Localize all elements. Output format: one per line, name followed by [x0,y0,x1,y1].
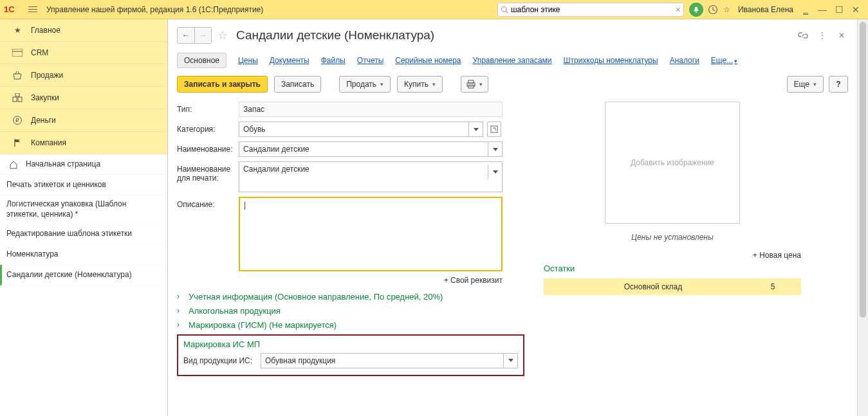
image-placeholder[interactable]: Добавить изображение [605,102,740,224]
star-icon: ★ [10,24,24,36]
global-search[interactable]: × [497,3,684,17]
marking-block: Маркировка ИС МП Вид продукции ИС: Обувн… [177,334,524,376]
notification-bell-icon[interactable] [689,3,703,17]
tab-barcodes[interactable]: Штрихкоды номенклатуры [564,56,658,65]
close-tab-icon[interactable]: ✕ [835,29,848,42]
scrollbar-thumb[interactable] [860,22,866,318]
print-icon [466,80,476,89]
history-icon[interactable] [706,3,720,17]
nav-money[interactable]: ₽Деньги [0,109,167,132]
name-field[interactable]: Сандалии детские [239,141,503,157]
search-input[interactable] [508,5,676,14]
printname-field[interactable]: Сандалии детские [239,161,503,192]
nav-company[interactable]: Компания [0,132,167,154]
help-button[interactable]: ? [829,76,848,93]
toolbar: Записать и закрыть Записать Продать Купи… [177,76,848,93]
favorite-toggle[interactable]: ☆ [216,28,230,42]
favorite-star-icon[interactable]: ☆ [720,3,734,17]
close-button[interactable]: ✕ [847,3,864,17]
marking-kind-field[interactable]: Обувная продукция [261,353,518,368]
tab-main[interactable]: Основное [177,53,226,68]
add-own-prop[interactable]: Свой реквизит [177,276,503,285]
collapse-label: Алкогольная продукция [189,305,281,317]
open-home[interactable]: Начальная страница [0,154,167,175]
open-logistic-pack[interactable]: Логистическая упаковка (Шаблон этикетки,… [0,195,167,224]
tab-analogs[interactable]: Аналоги [670,56,699,65]
printname-dropdown-icon[interactable] [488,165,502,179]
collapse-label: Маркировка (ГИСМ) (Не маркируется) [189,320,337,331]
svg-rect-7 [15,93,19,96]
nav-arrows: ← → [177,27,212,44]
category-label: Категория: [177,122,239,134]
nav-label: Главное [31,26,60,35]
stock-title: Остатки [544,264,801,273]
minimize-button[interactable]: — [814,3,831,17]
page-title: Сандалии детские (Номенклатура) [236,28,434,42]
username[interactable]: Иванова Елена [738,5,793,14]
category-dropdown-icon[interactable] [468,122,483,136]
vertical-scrollbar[interactable] [857,19,868,416]
nav-label: CRM [31,48,48,57]
chevron-right-icon: › [177,291,185,302]
chevron-right-icon: › [177,305,185,316]
print-button[interactable] [461,76,488,93]
nav-crm[interactable]: CRM [0,42,167,64]
open-label: Логистическая упаковка (Шаблон этикетки,… [6,199,161,219]
stock-name: Основной склад [553,282,753,291]
type-value: Запас [243,105,264,114]
collapse-alcohol[interactable]: ›Алкогольная продукция [177,305,524,317]
category-field[interactable]: Обувь [239,122,483,137]
tab-more[interactable]: Еще... [711,56,737,65]
more-menu-icon[interactable]: ⋮ [816,29,829,42]
search-clear-icon[interactable]: × [676,5,681,15]
stock-row[interactable]: Основной склад 5 [544,278,801,295]
collapse-gism[interactable]: ›Маркировка (ГИСМ) (Не маркируется) [177,320,524,331]
maximize-button[interactable]: ☐ [831,3,847,17]
collapse-accounting[interactable]: ›Учетная информация (Основное направлени… [177,291,524,303]
open-label: Сандалии детские (Номенклатура) [6,270,132,280]
svg-line-1 [506,11,508,13]
card-icon [10,47,24,59]
marking-title: Маркировка ИС МП [183,339,518,349]
titlebar: 1C Управление нашей фирмой, редакция 1.6… [0,0,868,19]
tab-stock-mgmt[interactable]: Управление запасами [473,56,552,65]
app-title: Управление нашей фирмой, редакция 1.6 (1… [46,5,263,14]
desc-label: Описание: [177,197,239,209]
link-icon[interactable] [797,29,809,42]
tab-documents[interactable]: Документы [270,56,309,65]
open-nomenclature[interactable]: Номенклатура [0,244,167,265]
open-edit-template[interactable]: Редактирование шаблона этикетки [0,224,167,244]
svg-rect-11 [468,80,474,83]
type-label: Тип: [177,102,239,114]
type-field: Запас [239,102,503,117]
sell-button[interactable]: Продать [339,76,391,93]
back-button[interactable]: ← [178,28,194,43]
open-product-card[interactable]: Сандалии детские (Номенклатура) [0,265,167,285]
tab-reports[interactable]: Отчеты [357,56,383,65]
open-label: Печать этикеток и ценников [6,180,106,190]
tab-files[interactable]: Файлы [321,56,346,65]
svg-text:₽: ₽ [15,117,19,123]
buy-button[interactable]: Купить [397,76,443,93]
forward-button[interactable]: → [194,28,211,43]
marking-dropdown-icon[interactable] [503,354,517,368]
open-print-labels[interactable]: Печать этикеток и ценников [0,175,167,195]
nav-purchases[interactable]: Закупки [0,87,167,109]
nav-sales[interactable]: Продажи [0,64,167,87]
description-field[interactable]: | [239,197,503,271]
tab-serials[interactable]: Серийные номера [395,56,461,65]
search-icon [501,6,508,14]
menu-icon[interactable] [28,3,41,16]
boxes-icon [10,92,24,104]
new-price-link[interactable]: Новая цена [544,251,801,260]
save-button[interactable]: Записать [274,76,321,93]
tab-prices[interactable]: Цены [238,56,258,65]
more-button[interactable]: Еще [787,76,824,93]
name-dropdown-icon[interactable] [488,142,502,156]
nav-main[interactable]: ★Главное [0,19,167,42]
nav-label: Продажи [31,71,63,80]
printname-value: Сандалии детские [243,165,488,174]
collapse-button[interactable]: ‗ [797,3,814,17]
category-open-icon[interactable] [487,122,501,137]
save-close-button[interactable]: Записать и закрыть [177,76,268,93]
